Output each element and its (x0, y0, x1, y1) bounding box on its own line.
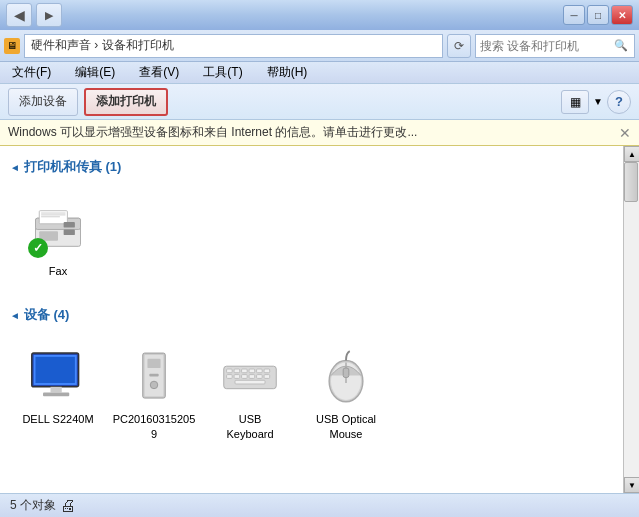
monitor-icon (28, 349, 88, 404)
devices-toggle[interactable]: ◄ (10, 310, 20, 321)
menu-help[interactable]: 帮助(H) (263, 62, 312, 83)
device-fax[interactable]: ✓ Fax (18, 192, 98, 282)
add-device-button[interactable]: 添加设备 (8, 88, 78, 116)
scroll-up-arrow[interactable]: ▲ (624, 146, 639, 162)
search-input[interactable] (480, 39, 610, 53)
pc-icon (124, 349, 184, 404)
status-bar: 5 个对象 🖨 (0, 493, 639, 517)
svg-rect-12 (51, 387, 62, 393)
help-button[interactable]: ? (607, 90, 631, 114)
keyboard-icon (220, 349, 280, 404)
window-controls: ─ □ ✕ (563, 5, 633, 25)
devices-section-title: 设备 (4) (24, 306, 70, 324)
main-content: ◄ 打印机和传真 (1) (0, 146, 639, 493)
title-bar-left: ◀ ▶ (6, 3, 62, 27)
svg-rect-22 (242, 369, 248, 373)
svg-rect-18 (149, 373, 158, 376)
printers-toggle[interactable]: ◄ (10, 162, 20, 173)
fax-checkmark: ✓ (28, 238, 48, 258)
printers-section-header: ◄ 打印机和传真 (1) (10, 154, 613, 180)
title-bar: ◀ ▶ ─ □ ✕ (0, 0, 639, 30)
device-keyboard[interactable]: USB Keyboard (210, 340, 290, 445)
menu-bar: 文件(F) 编辑(E) 查看(V) 工具(T) 帮助(H) (0, 62, 639, 84)
search-box: 🔍 (475, 34, 635, 58)
menu-edit[interactable]: 编辑(E) (71, 62, 119, 83)
mouse-label: USB OpticalMouse (316, 412, 376, 441)
scroll-down-arrow[interactable]: ▼ (624, 477, 639, 493)
svg-rect-3 (41, 212, 65, 213)
svg-rect-21 (234, 369, 240, 373)
view-button[interactable]: ▦ (561, 90, 589, 114)
devices-grid: DELL S2240M PC201603152059 (10, 336, 613, 453)
svg-rect-25 (264, 369, 270, 373)
pc-label: PC201603152059 (113, 412, 196, 441)
svg-rect-7 (64, 229, 75, 235)
menu-view[interactable]: 查看(V) (135, 62, 183, 83)
svg-rect-28 (242, 374, 248, 378)
device-mouse[interactable]: USB OpticalMouse (306, 340, 386, 445)
breadcrumb-icon: 🖥 (4, 38, 20, 54)
address-bar: 🖥 硬件和声音 › 设备和打印机 ⟳ 🔍 (0, 30, 639, 62)
svg-point-17 (150, 381, 158, 389)
svg-rect-36 (343, 368, 349, 377)
menu-file[interactable]: 文件(F) (8, 62, 55, 83)
search-button[interactable]: 🔍 (612, 36, 630, 56)
add-printer-button[interactable]: 添加打印机 (84, 88, 168, 116)
info-message: Windows 可以显示增强型设备图标和来自 Internet 的信息。请单击进… (8, 124, 417, 141)
printers-grid: ✓ Fax (10, 188, 613, 290)
info-close-button[interactable]: ✕ (619, 125, 631, 141)
breadcrumb-text: 硬件和声音 › 设备和打印机 (31, 37, 174, 54)
printers-section-title: 打印机和传真 (1) (24, 158, 122, 176)
svg-rect-27 (234, 374, 240, 378)
device-pc[interactable]: PC201603152059 (114, 340, 194, 445)
svg-rect-26 (227, 374, 233, 378)
content-area: ◄ 打印机和传真 (1) (0, 146, 623, 493)
maximize-button[interactable]: □ (587, 5, 609, 25)
breadcrumb[interactable]: 硬件和声音 › 设备和打印机 (24, 34, 443, 58)
refresh-button[interactable]: ⟳ (447, 34, 471, 58)
mouse-icon-container (314, 344, 378, 408)
monitor-label: DELL S2240M (22, 412, 93, 426)
svg-rect-32 (235, 380, 265, 384)
fax-icon-container: ✓ (26, 196, 90, 260)
svg-rect-23 (249, 369, 255, 373)
view-dropdown-icon[interactable]: ▼ (593, 96, 603, 107)
scrollbar[interactable]: ▲ ▼ (623, 146, 639, 493)
svg-rect-13 (43, 392, 69, 396)
svg-rect-24 (257, 369, 263, 373)
svg-rect-20 (227, 369, 233, 373)
monitor-icon-container (26, 344, 90, 408)
keyboard-label: USB Keyboard (214, 412, 286, 441)
mouse-icon (316, 349, 376, 404)
menu-tools[interactable]: 工具(T) (199, 62, 246, 83)
scroll-thumb[interactable] (624, 162, 638, 202)
close-button[interactable]: ✕ (611, 5, 633, 25)
scroll-track[interactable] (624, 162, 639, 477)
svg-rect-11 (36, 357, 75, 383)
keyboard-icon-container (218, 344, 282, 408)
svg-rect-30 (257, 374, 263, 378)
status-text: 5 个对象 (10, 497, 56, 514)
svg-rect-5 (41, 216, 60, 217)
svg-rect-4 (41, 214, 65, 215)
forward-button[interactable]: ▶ (36, 3, 62, 27)
pc-icon-container (122, 344, 186, 408)
bottom-device-icon: 🖨 (60, 497, 76, 515)
devices-section-header: ◄ 设备 (4) (10, 302, 613, 328)
minimize-button[interactable]: ─ (563, 5, 585, 25)
fax-label: Fax (49, 264, 67, 278)
toolbar-right: ▦ ▼ ? (561, 90, 631, 114)
svg-rect-31 (264, 374, 270, 378)
toolbar: 添加设备 添加打印机 ▦ ▼ ? (0, 84, 639, 120)
back-button[interactable]: ◀ (6, 3, 32, 27)
svg-rect-16 (147, 358, 160, 367)
info-bar: Windows 可以显示增强型设备图标和来自 Internet 的信息。请单击进… (0, 120, 639, 146)
svg-rect-29 (249, 374, 255, 378)
device-monitor[interactable]: DELL S2240M (18, 340, 98, 445)
svg-rect-6 (64, 221, 75, 227)
